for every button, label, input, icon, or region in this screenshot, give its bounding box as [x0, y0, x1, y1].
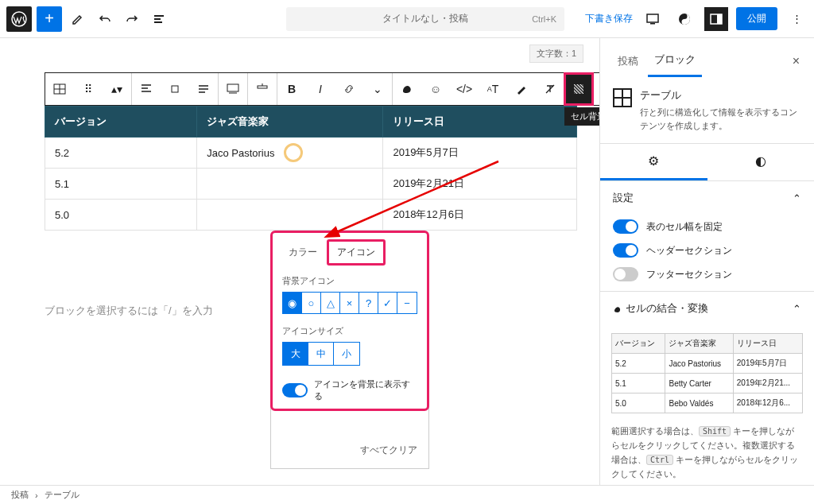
block-name: テーブル [640, 88, 801, 103]
emoji-icon[interactable]: ☺ [421, 73, 450, 105]
text-align-icon[interactable] [189, 73, 218, 105]
clear-format-icon[interactable] [536, 73, 564, 105]
settings-tab-icon[interactable]: ⚙ [600, 144, 707, 180]
font-size-icon[interactable]: AT [479, 73, 507, 105]
breadcrumb-table[interactable]: テーブル [45, 489, 79, 501]
icon-option-check[interactable]: ✓ [378, 293, 397, 313]
save-draft-link[interactable]: 下書き保存 [585, 12, 633, 25]
mini-preview-table: バージョンジャズ音楽家リリース日 5.2Jaco Pastorius2019年5… [611, 333, 803, 413]
size-medium[interactable]: 中 [308, 343, 334, 365]
fixed-width-label: 表のセル幅を固定 [646, 220, 723, 234]
post-title-input[interactable]: タイトルなし・投稿Ctrl+K [286, 7, 564, 31]
table-cell[interactable]: 2019年5月7日 [383, 138, 577, 169]
color-icon[interactable] [507, 73, 536, 105]
table-cell[interactable]: 5.2 [45, 138, 197, 169]
settings-sidebar: 投稿 ブロック × テーブル 行と列に構造化して情報を表示するコンテンツを作成し… [599, 38, 814, 485]
merge-help-text: 範囲選択する場合は、Shift キーを押しながらセルをクリックしてください。複数… [600, 421, 814, 485]
toolbar-tooltip: セル背景 [564, 107, 599, 126]
wordpress-logo[interactable] [6, 6, 32, 32]
size-large[interactable]: 大 [283, 343, 308, 365]
table-header[interactable]: リリース日 [383, 107, 577, 138]
table-cell[interactable]: 2019年2月21日 [383, 169, 577, 200]
table-header[interactable]: ジャズ音楽家 [197, 107, 383, 138]
chevron-down-icon[interactable]: ⌄ [363, 73, 392, 105]
table-block-icon[interactable] [45, 73, 74, 105]
move-icon[interactable]: ▴▾ [103, 73, 131, 105]
chevron-up-icon: ⌃ [793, 303, 801, 315]
table-cell-icon[interactable] [594, 73, 599, 105]
block-placeholder[interactable]: ブロックを選択するには「/」を入力 [45, 304, 213, 318]
icon-option-minus[interactable]: − [397, 293, 417, 313]
header-section-toggle[interactable] [613, 243, 638, 258]
footer-section-toggle[interactable] [613, 267, 638, 281]
add-block-button[interactable]: + [37, 6, 62, 32]
shortcut-label: Ctrl+K [532, 14, 556, 24]
bg-icon-label: 背景アイコン [282, 275, 417, 287]
svg-rect-13 [227, 84, 238, 91]
table-cell[interactable]: 5.0 [45, 200, 197, 231]
align-icon[interactable] [161, 73, 189, 105]
size-picker: 大 中 小 [282, 342, 360, 366]
sidebar-toggle-icon[interactable] [704, 7, 728, 31]
merge-section-header[interactable]: セルの結合・変換⌃ [600, 292, 814, 325]
bold-icon[interactable]: B [277, 73, 306, 105]
close-sidebar-icon[interactable]: × [789, 51, 803, 72]
preview-icon[interactable] [641, 7, 665, 31]
content-table[interactable]: バージョン ジャズ音楽家 リリース日 5.2Jaco Pastorius2019… [45, 106, 577, 231]
table-cell[interactable]: 5.1 [45, 169, 197, 200]
icon-option-circle[interactable]: ○ [302, 293, 321, 313]
align-left-icon[interactable] [132, 73, 161, 105]
tab-post[interactable]: 投稿 [611, 46, 645, 76]
cell-background-popover: カラー アイコン 背景アイコン ◉ ○ △ × ? ✓ − アイコンサイズ 大 [270, 231, 429, 411]
icon-option-triangle[interactable]: △ [321, 293, 340, 313]
more-menu-icon[interactable]: ⋮ [785, 8, 808, 30]
size-small[interactable]: 小 [334, 343, 359, 365]
cell-background-button[interactable]: セル背景 [564, 73, 593, 105]
edit-icon[interactable] [67, 8, 89, 30]
icon-size-label: アイコンサイズ [282, 325, 417, 337]
tab-icon[interactable]: アイコン [327, 239, 386, 266]
table-edit-icon[interactable] [248, 73, 277, 105]
icon-option-filled-circle[interactable]: ◉ [283, 293, 302, 313]
table-cell[interactable]: 2018年12月6日 [383, 200, 577, 231]
breadcrumb-separator: › [35, 490, 38, 500]
table-cell[interactable] [197, 169, 383, 200]
icon-picker: ◉ ○ △ × ? ✓ − [282, 292, 417, 314]
svg-rect-1 [154, 15, 164, 17]
table-block-type-icon [613, 88, 632, 107]
styles-tab-icon[interactable]: ◐ [707, 144, 815, 180]
icon-option-question[interactable]: ? [359, 293, 378, 313]
table-cell[interactable] [197, 200, 383, 231]
svg-rect-15 [258, 86, 267, 88]
undo-icon[interactable] [94, 8, 116, 30]
block-toolbar: ⠿▴▾ BI⌄ ☺</>ATセル背景 ⋮ [45, 72, 599, 106]
icon-option-cross[interactable]: × [340, 293, 359, 313]
svg-rect-12 [172, 86, 178, 92]
fixed-width-toggle[interactable] [613, 219, 638, 234]
table-header[interactable]: バージョン [45, 107, 197, 138]
caption-icon[interactable] [219, 73, 247, 105]
yin-yang-icon[interactable] [673, 7, 696, 31]
drag-handle-icon[interactable]: ⠿ [74, 73, 103, 105]
tab-block[interactable]: ブロック [648, 45, 702, 77]
link-icon[interactable] [335, 73, 363, 105]
editor-canvas: 文字数：1 ⠿▴▾ BI⌄ ☺</>ATセル背景 ⋮ バージョン ジャズ音楽家 … [0, 38, 599, 485]
redo-icon[interactable] [121, 8, 143, 30]
clear-all-button[interactable]: すべてクリア [349, 437, 428, 465]
details-icon[interactable] [148, 8, 170, 30]
svg-rect-2 [154, 18, 161, 20]
publish-button[interactable]: 公開 [736, 7, 777, 30]
blob-icon[interactable] [393, 73, 421, 105]
tab-color[interactable]: カラー [281, 242, 325, 263]
word-count: 文字数：1 [529, 45, 583, 63]
settings-section-header[interactable]: 設定⌃ [600, 181, 814, 215]
code-icon[interactable]: </> [450, 73, 479, 105]
top-toolbar: + タイトルなし・投稿Ctrl+K 下書き保存 公開 ⋮ [0, 0, 814, 38]
italic-icon[interactable]: I [306, 73, 335, 105]
header-section-label: ヘッダーセクション [646, 244, 732, 258]
breadcrumb-post[interactable]: 投稿 [11, 489, 29, 501]
chevron-up-icon: ⌃ [793, 192, 801, 204]
svg-rect-8 [717, 14, 722, 24]
show-bg-toggle[interactable] [282, 383, 308, 397]
table-cell[interactable]: Jaco Pastorius [197, 138, 383, 169]
